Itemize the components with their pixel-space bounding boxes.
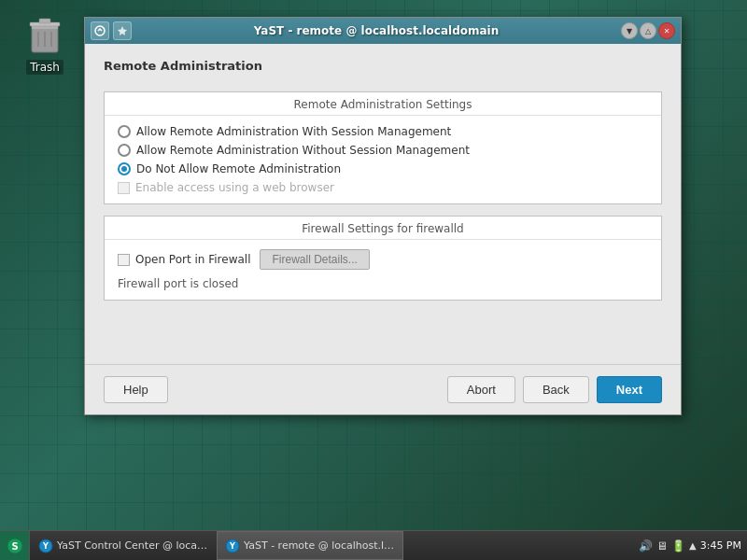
svg-rect-3 (39, 19, 50, 23)
radio-without-session-input[interactable] (118, 144, 131, 157)
remote-settings-panel: Remote Administration Settings Allow Rem… (104, 91, 662, 204)
web-access-label: Enable access using a web browser (135, 181, 334, 194)
radio-with-session[interactable]: Allow Remote Administration With Session… (118, 125, 648, 138)
firewall-settings-panel: Firewall Settings for firewalld Open Por… (104, 216, 662, 301)
taskbar: S Y YaST Control Center @ localhost.lo..… (0, 530, 747, 560)
desktop: Trash (0, 0, 747, 560)
web-access-option: Enable access using a web browser (118, 181, 648, 194)
radio-without-session-label: Allow Remote Administration Without Sess… (136, 144, 470, 157)
open-port-label: Open Port in Firewall (135, 253, 250, 266)
radio-with-session-input[interactable] (118, 125, 131, 138)
abort-button[interactable]: Abort (447, 376, 515, 403)
maximize-btn[interactable]: △ (640, 22, 656, 39)
taskbar-item-yast-remote[interactable]: Y YaST - remote @ localhost.locald... (217, 531, 403, 560)
open-port-option[interactable]: Open Port in Firewall (118, 253, 250, 266)
taskbar-yast-control-icon: Y (38, 539, 53, 553)
radio-do-not-allow[interactable]: Do Not Allow Remote Administration (118, 162, 648, 175)
taskbar-right: 🔊 🖥 🔋 ▲ 3:45 PM (633, 539, 747, 553)
firewall-panel-header: Firewall Settings for firewalld (105, 217, 661, 240)
taskbar-item-yast-remote-label: YaST - remote @ localhost.locald... (244, 539, 395, 552)
close-btn[interactable]: ✕ (658, 22, 675, 39)
svg-marker-12 (118, 26, 127, 35)
tray-up-arrow-icon: ▲ (689, 540, 697, 551)
titlebar-nav-btn-2[interactable] (113, 21, 132, 40)
window-titlebar: YaST - remote @ localhost.localdomain ▼ … (85, 18, 681, 44)
taskbar-yast-remote-icon: Y (225, 539, 240, 553)
tray-volume-icon: 🔊 (639, 539, 653, 553)
svg-text:Y: Y (229, 542, 235, 551)
radio-with-session-label: Allow Remote Administration With Session… (136, 125, 451, 138)
firewall-details-button[interactable]: Firewall Details... (260, 249, 369, 270)
taskbar-item-yast-control[interactable]: Y YaST Control Center @ localhost.lo... (30, 531, 217, 560)
taskbar-item-yast-control-label: YaST Control Center @ localhost.lo... (57, 539, 208, 552)
tray-battery-icon: 🔋 (671, 539, 685, 553)
window-content: Remote Administration Remote Administrat… (85, 44, 681, 364)
radio-do-not-allow-input[interactable] (118, 162, 131, 175)
window-footer: Help Abort Back Next (85, 364, 681, 414)
svg-point-11 (95, 26, 105, 35)
window-title: YaST - remote @ localhost.localdomain (135, 24, 617, 37)
help-button[interactable]: Help (104, 376, 168, 403)
remote-panel-header: Remote Administration Settings (105, 92, 661, 116)
web-access-checkbox (118, 182, 130, 194)
page-title: Remote Administration (104, 59, 662, 73)
radio-without-session[interactable]: Allow Remote Administration Without Sess… (118, 144, 648, 157)
firewall-status: Firewall port is closed (118, 277, 648, 290)
open-port-checkbox[interactable] (118, 254, 130, 266)
next-button[interactable]: Next (597, 376, 662, 403)
titlebar-nav-btn-1[interactable] (91, 21, 109, 40)
svg-text:S: S (11, 541, 18, 552)
taskbar-start-button[interactable]: S (0, 531, 30, 561)
firewall-row: Open Port in Firewall Firewall Details..… (118, 249, 648, 270)
trash-icon[interactable]: Trash (7, 7, 82, 78)
taskbar-clock: 3:45 PM (700, 539, 741, 552)
minimize-btn[interactable]: ▼ (621, 22, 638, 39)
trash-label: Trash (26, 60, 63, 75)
tray-network-icon: 🖥 (656, 539, 668, 553)
radio-do-not-allow-label: Do Not Allow Remote Administration (136, 162, 341, 175)
taskbar-items: Y YaST Control Center @ localhost.lo... … (30, 531, 633, 560)
back-button[interactable]: Back (523, 376, 589, 403)
yast-window: YaST - remote @ localhost.localdomain ▼ … (84, 17, 682, 415)
svg-text:Y: Y (42, 542, 49, 551)
